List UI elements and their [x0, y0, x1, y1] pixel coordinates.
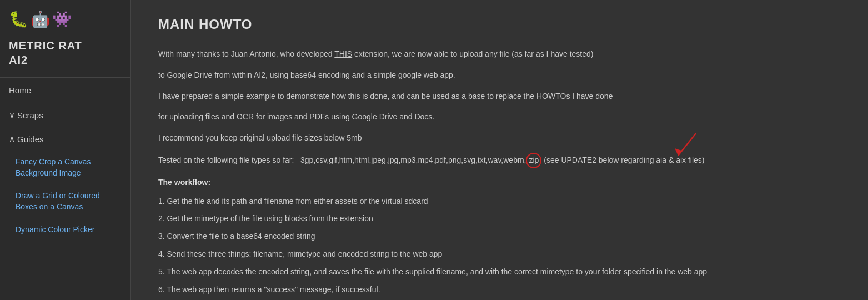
para-3: I have prepared a simple example to demo…	[158, 90, 840, 103]
nav-scraps-label: Scraps	[17, 111, 43, 120]
step-5: 5. The web app decodes the encoded strin…	[158, 266, 840, 279]
site-title-line2: AI2	[9, 53, 121, 67]
content-body: With many thanks to Juan Antonio, who de…	[158, 48, 840, 296]
nav-home[interactable]: Home	[0, 78, 130, 103]
this-link[interactable]: THIS	[334, 49, 352, 58]
step-list: 1. Get the file and its path and filenam…	[158, 195, 840, 297]
site-title-line1: METRIC RAT	[9, 38, 121, 53]
nav-draw-grid-label: Draw a Grid or Coloured Boxes on a Canva…	[16, 191, 100, 211]
logo-icon-1: 🐛	[9, 10, 28, 28]
svg-marker-1	[675, 148, 681, 156]
main-content: MAIN HOWTO With many thanks to Juan Anto…	[131, 0, 868, 300]
para-4: for uploading files and OCR for images a…	[158, 111, 840, 124]
para-2: to Google Drive from within AI2, using b…	[158, 69, 840, 82]
nav-guides[interactable]: ∧ Guides	[0, 127, 130, 151]
logo-icons: 🐛 🤖 👾	[9, 10, 72, 28]
para-5: I recommend you keep original upload fil…	[158, 132, 840, 145]
step-6: 6. The web app then returns a "success" …	[158, 283, 840, 297]
step-4: 4. Send these three things: filename, mi…	[158, 248, 840, 261]
para-1: With many thanks to Juan Antonio, who de…	[158, 48, 840, 61]
logo-icon-3: 👾	[52, 10, 72, 28]
zip-circle: zip	[526, 153, 541, 168]
arrow-annotation	[657, 131, 701, 166]
page-title: MAIN HOWTO	[158, 17, 840, 32]
workflow-title: The workflow:	[158, 176, 840, 189]
nav-draw-grid[interactable]: Draw a Grid or Coloured Boxes on a Canva…	[0, 184, 130, 218]
logo-icon-2: 🤖	[31, 10, 50, 28]
site-title: METRIC RAT AI2	[0, 34, 130, 77]
step-2: 2. Get the mimetype of the file using bl…	[158, 212, 840, 226]
nav-colour-picker-label: Dynamic Colour Picker	[16, 225, 94, 234]
logo-area: 🐛 🤖 👾	[0, 0, 130, 34]
scraps-chevron: ∨	[9, 110, 15, 120]
nav-fancy-crop-label: Fancy Crop a Canvas Background Image	[16, 157, 91, 177]
guides-chevron: ∧	[9, 134, 15, 144]
sidebar: 🐛 🤖 👾 METRIC RAT AI2 Home ∨ Scraps ∧ Gui…	[0, 0, 131, 300]
nav-home-label: Home	[9, 86, 31, 95]
nav-guides-label: Guides	[17, 134, 44, 144]
nav-scraps[interactable]: ∨ Scraps	[0, 103, 130, 127]
nav-fancy-crop[interactable]: Fancy Crop a Canvas Background Image	[0, 151, 130, 184]
step-1: 1. Get the file and its path and filenam…	[158, 195, 840, 208]
nav-colour-picker[interactable]: Dynamic Colour Picker	[0, 218, 130, 242]
para-6: Tested on the following file types so fa…	[158, 153, 840, 168]
svg-line-0	[678, 133, 696, 156]
step-3: 3. Convert the file to a base64 encoded …	[158, 230, 840, 243]
